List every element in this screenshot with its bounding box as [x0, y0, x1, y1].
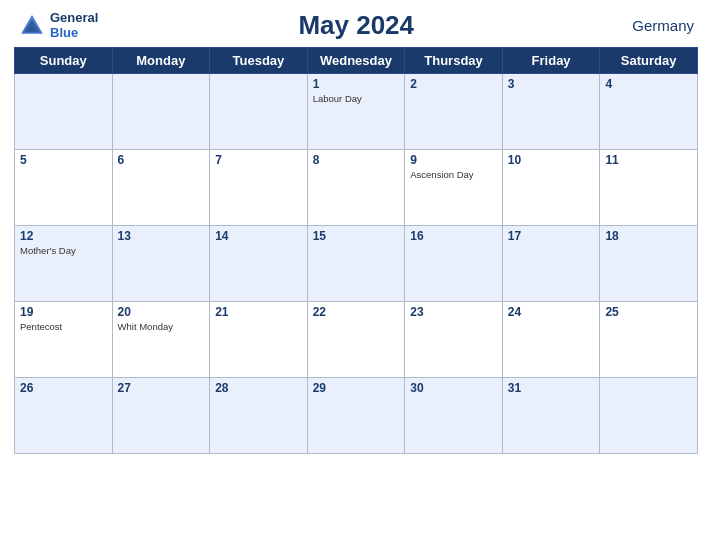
calendar-cell: 21 [210, 302, 308, 378]
calendar-cell: 11 [600, 150, 698, 226]
day-number: 30 [410, 381, 497, 395]
day-number: 10 [508, 153, 595, 167]
day-number: 4 [605, 77, 692, 91]
day-number: 2 [410, 77, 497, 91]
calendar-cell: 1Labour Day [307, 74, 405, 150]
country-label: Germany [614, 17, 694, 34]
calendar-page: General Blue May 2024 Germany Sunday Mon… [0, 0, 712, 550]
header: General Blue May 2024 Germany [14, 10, 698, 41]
calendar-cell: 18 [600, 226, 698, 302]
calendar-cell: 19Pentecost [15, 302, 113, 378]
logo-icon [18, 12, 46, 40]
day-number: 14 [215, 229, 302, 243]
day-number: 15 [313, 229, 400, 243]
calendar-cell: 27 [112, 378, 210, 454]
day-number: 19 [20, 305, 107, 319]
weekday-header-row: Sunday Monday Tuesday Wednesday Thursday… [15, 48, 698, 74]
holiday-label: Mother's Day [20, 245, 107, 256]
day-number: 13 [118, 229, 205, 243]
calendar-cell [600, 378, 698, 454]
calendar-cell: 9Ascension Day [405, 150, 503, 226]
day-number: 8 [313, 153, 400, 167]
day-number: 26 [20, 381, 107, 395]
header-monday: Monday [112, 48, 210, 74]
header-friday: Friday [502, 48, 600, 74]
day-number: 3 [508, 77, 595, 91]
calendar-cell: 25 [600, 302, 698, 378]
calendar-cell: 16 [405, 226, 503, 302]
calendar-cell: 24 [502, 302, 600, 378]
calendar-cell: 30 [405, 378, 503, 454]
calendar-cell: 29 [307, 378, 405, 454]
calendar-week-2: 56789Ascension Day1011 [15, 150, 698, 226]
day-number: 23 [410, 305, 497, 319]
day-number: 16 [410, 229, 497, 243]
header-thursday: Thursday [405, 48, 503, 74]
calendar-cell: 3 [502, 74, 600, 150]
calendar-week-5: 262728293031 [15, 378, 698, 454]
day-number: 18 [605, 229, 692, 243]
calendar-title: May 2024 [98, 10, 614, 41]
day-number: 5 [20, 153, 107, 167]
calendar-week-1: 1Labour Day234 [15, 74, 698, 150]
day-number: 1 [313, 77, 400, 91]
header-wednesday: Wednesday [307, 48, 405, 74]
day-number: 12 [20, 229, 107, 243]
logo-line1: General [50, 11, 98, 25]
day-number: 24 [508, 305, 595, 319]
day-number: 6 [118, 153, 205, 167]
calendar-cell: 31 [502, 378, 600, 454]
holiday-label: Ascension Day [410, 169, 497, 180]
calendar-cell: 17 [502, 226, 600, 302]
holiday-label: Whit Monday [118, 321, 205, 332]
calendar-cell: 13 [112, 226, 210, 302]
header-sunday: Sunday [15, 48, 113, 74]
holiday-label: Labour Day [313, 93, 400, 104]
calendar-week-3: 12Mother's Day131415161718 [15, 226, 698, 302]
logo-text: General Blue [50, 11, 98, 40]
calendar-cell: 23 [405, 302, 503, 378]
logo: General Blue [18, 11, 98, 40]
day-number: 11 [605, 153, 692, 167]
calendar-cell: 7 [210, 150, 308, 226]
calendar-cell [210, 74, 308, 150]
day-number: 28 [215, 381, 302, 395]
calendar-cell: 20Whit Monday [112, 302, 210, 378]
day-number: 20 [118, 305, 205, 319]
calendar-week-4: 19Pentecost20Whit Monday2122232425 [15, 302, 698, 378]
day-number: 25 [605, 305, 692, 319]
day-number: 31 [508, 381, 595, 395]
calendar-cell: 26 [15, 378, 113, 454]
calendar-cell: 10 [502, 150, 600, 226]
calendar-cell: 5 [15, 150, 113, 226]
calendar-cell: 22 [307, 302, 405, 378]
calendar-cell: 6 [112, 150, 210, 226]
calendar-cell: 12Mother's Day [15, 226, 113, 302]
day-number: 7 [215, 153, 302, 167]
day-number: 21 [215, 305, 302, 319]
calendar-cell: 15 [307, 226, 405, 302]
calendar-cell [112, 74, 210, 150]
logo-line2: Blue [50, 25, 78, 40]
calendar-cell: 4 [600, 74, 698, 150]
calendar-cell: 14 [210, 226, 308, 302]
calendar-cell: 8 [307, 150, 405, 226]
day-number: 29 [313, 381, 400, 395]
calendar-cell: 28 [210, 378, 308, 454]
day-number: 17 [508, 229, 595, 243]
day-number: 27 [118, 381, 205, 395]
calendar-table: Sunday Monday Tuesday Wednesday Thursday… [14, 47, 698, 454]
header-saturday: Saturday [600, 48, 698, 74]
day-number: 22 [313, 305, 400, 319]
holiday-label: Pentecost [20, 321, 107, 332]
calendar-cell: 2 [405, 74, 503, 150]
day-number: 9 [410, 153, 497, 167]
header-tuesday: Tuesday [210, 48, 308, 74]
calendar-cell [15, 74, 113, 150]
